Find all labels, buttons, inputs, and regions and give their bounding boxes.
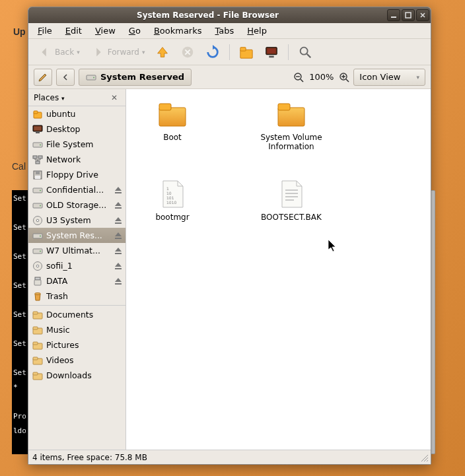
view-mode-combo[interactable]: Icon View ▾ xyxy=(353,69,425,86)
minimize-button[interactable] xyxy=(387,9,400,21)
sidebar-item-label: Floppy Drive xyxy=(46,170,123,180)
svg-rect-59 xyxy=(159,104,171,110)
sidebar-item-desktop[interactable]: Desktop xyxy=(28,121,125,137)
sidebar-item-label: Music xyxy=(46,325,123,335)
stop-icon xyxy=(180,45,195,59)
svg-rect-44 xyxy=(35,277,40,280)
chevron-down-icon: ▾ xyxy=(142,49,145,55)
path-back-button[interactable] xyxy=(56,69,75,86)
sidebar-title: Places xyxy=(34,93,59,102)
content-area[interactable]: BootSystem Volume Information1101011010b… xyxy=(126,89,431,450)
sidebar-item-data[interactable]: DATA xyxy=(28,273,125,289)
sidebar-item-documents[interactable]: Documents xyxy=(28,307,125,322)
sidebar-item-label: Pictures xyxy=(46,340,123,350)
svg-text:1: 1 xyxy=(166,186,169,191)
sidebar-item-sofii-1[interactable]: sofii_1 xyxy=(28,258,125,273)
menu-go[interactable]: Go xyxy=(124,24,146,37)
menu-view[interactable]: View xyxy=(90,24,121,37)
up-button[interactable] xyxy=(151,42,174,62)
computer-icon xyxy=(264,45,279,59)
zoom-out-button[interactable] xyxy=(293,72,304,83)
location-path-button[interactable]: System Reserved xyxy=(79,69,192,86)
floppy-icon xyxy=(32,170,43,180)
svg-point-10 xyxy=(93,77,94,78)
back-label: Back xyxy=(55,48,74,57)
forward-button[interactable]: Forward ▾ xyxy=(87,42,149,62)
cd-icon xyxy=(32,261,43,271)
file-item-boot[interactable]: Boot xyxy=(139,98,205,152)
svg-rect-20 xyxy=(33,156,37,158)
svg-rect-1 xyxy=(406,13,411,18)
menubar: FileEditViewGoBookmarksTabsHelp xyxy=(28,23,431,39)
file-item-bootsect-bak[interactable]: BOOTSECT.BAK xyxy=(258,178,324,222)
sidebar-item-music[interactable]: Music xyxy=(28,322,125,337)
menu-tabs[interactable]: Tabs xyxy=(210,24,240,37)
back-button[interactable]: Back ▾ xyxy=(34,42,84,62)
sidebar-item-w7-ultimat-[interactable]: W7 Ultimat... xyxy=(28,243,125,258)
status-text: 4 items, Free space: 75.8 MB xyxy=(32,453,147,462)
computer-button[interactable] xyxy=(260,42,283,62)
sidebar-item-label: ubuntu xyxy=(46,109,123,119)
edit-location-button[interactable] xyxy=(34,69,52,86)
sidebar-close-button[interactable]: ✕ xyxy=(111,93,120,102)
chevron-down-icon[interactable]: ▾ xyxy=(61,95,65,102)
menu-file[interactable]: File xyxy=(32,24,57,37)
sidebar-item-network[interactable]: Network xyxy=(28,152,125,167)
svg-text:10: 10 xyxy=(166,191,172,195)
pencil-icon xyxy=(38,72,48,83)
svg-rect-55 xyxy=(33,357,38,360)
stop-button[interactable] xyxy=(176,42,199,62)
maximize-button[interactable] xyxy=(402,9,415,21)
network-icon xyxy=(32,154,43,165)
eject-button[interactable] xyxy=(114,261,123,271)
eject-button[interactable] xyxy=(114,186,123,195)
sidebar-item-ubuntu[interactable]: ubuntu xyxy=(28,106,125,121)
sidebar-item-old-storage-[interactable]: OLD Storage... xyxy=(28,197,125,213)
sidebar-item-downloads[interactable]: Downloads xyxy=(28,368,125,383)
sidebar-item-floppy-drive[interactable]: Floppy Drive xyxy=(28,167,125,182)
sidebar-item-pictures[interactable]: Pictures xyxy=(28,337,125,353)
sidebar-item-label: Documents xyxy=(46,310,123,320)
separator xyxy=(229,44,230,60)
sidebar-item-label: File System xyxy=(46,139,123,149)
sidebar-item-trash[interactable]: Trash xyxy=(28,289,125,304)
file-label: bootmgr xyxy=(155,213,189,222)
bg-text: Up xyxy=(13,26,26,37)
folder-icon xyxy=(32,370,43,381)
eject-button[interactable] xyxy=(114,216,123,225)
location-label: System Reserved xyxy=(100,72,184,82)
toolbar: Back ▾ Forward ▾ xyxy=(28,39,431,65)
sidebar-list: ubuntuDesktopFile SystemNetworkFloppy Dr… xyxy=(28,106,125,450)
svg-point-33 xyxy=(36,219,39,222)
sidebar-item-videos[interactable]: Videos xyxy=(28,353,125,368)
home-button[interactable] xyxy=(235,42,258,62)
menu-edit[interactable]: Edit xyxy=(60,24,87,37)
eject-button[interactable] xyxy=(114,231,123,240)
file-item-system-volume-information[interactable]: System Volume Information xyxy=(258,98,324,152)
eject-button[interactable] xyxy=(114,201,123,210)
sidebar-item-confidential-[interactable]: Confidential... xyxy=(28,182,125,197)
titlebar[interactable]: System Reserved - File Browser xyxy=(28,7,431,23)
folder-icon xyxy=(32,325,43,335)
file-item-bootmgr[interactable]: 1101011010bootmgr xyxy=(139,178,205,222)
sidebar-item-file-system[interactable]: File System xyxy=(28,137,125,152)
reload-button[interactable] xyxy=(201,42,224,62)
view-mode-label: Icon View xyxy=(359,72,400,82)
bg-text: Cal xyxy=(12,161,26,172)
zoom-in-button[interactable] xyxy=(339,72,349,83)
sidebar-item-system-res-[interactable]: System Res... xyxy=(28,228,125,243)
close-button[interactable] xyxy=(416,9,429,21)
folder-icon xyxy=(32,355,43,366)
resize-grip[interactable] xyxy=(420,454,429,463)
search-button[interactable] xyxy=(294,42,316,62)
svg-rect-7 xyxy=(269,55,274,57)
eject-button[interactable] xyxy=(114,246,123,255)
eject-button[interactable] xyxy=(114,277,123,286)
menu-help[interactable]: Help xyxy=(242,24,272,37)
sidebar-item-label: U3 System xyxy=(46,215,110,225)
menu-bookmarks[interactable]: Bookmarks xyxy=(149,24,207,37)
chevron-down-icon: ▾ xyxy=(416,74,419,81)
sidebar-item-u3-system[interactable]: U3 System xyxy=(28,213,125,228)
file-browser-window: System Reserved - File Browser FileEditV… xyxy=(28,7,431,465)
svg-point-36 xyxy=(40,235,41,236)
